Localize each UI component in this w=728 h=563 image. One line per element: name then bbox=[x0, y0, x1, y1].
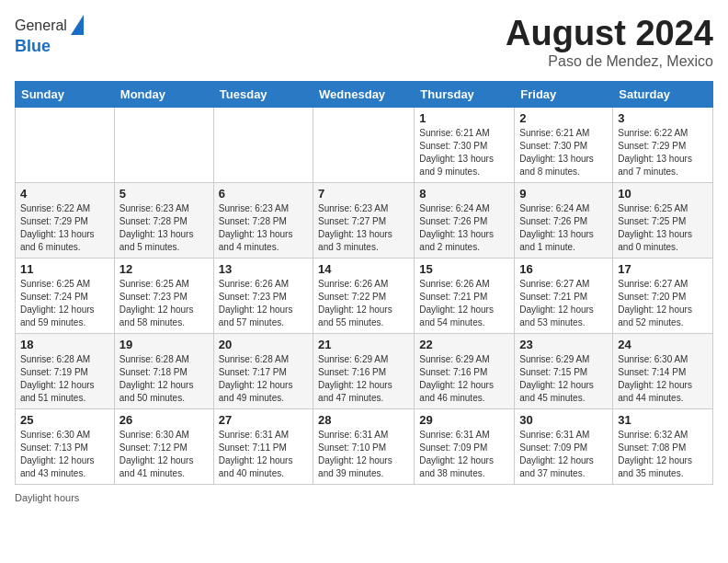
day-info: Sunrise: 6:26 AM Sunset: 7:23 PM Dayligh… bbox=[219, 278, 308, 329]
calendar-cell: 19Sunrise: 6:28 AM Sunset: 7:18 PM Dayli… bbox=[114, 333, 213, 408]
day-info: Sunrise: 6:27 AM Sunset: 7:21 PM Dayligh… bbox=[519, 278, 608, 329]
calendar-week-1: 1Sunrise: 6:21 AM Sunset: 7:30 PM Daylig… bbox=[16, 107, 713, 182]
day-number: 16 bbox=[519, 262, 608, 276]
day-number: 1 bbox=[419, 111, 509, 125]
day-info: Sunrise: 6:21 AM Sunset: 7:30 PM Dayligh… bbox=[519, 127, 608, 178]
logo: General Blue bbox=[15, 15, 84, 56]
calendar-week-3: 11Sunrise: 6:25 AM Sunset: 7:24 PM Dayli… bbox=[16, 258, 713, 333]
day-number: 18 bbox=[20, 338, 109, 351]
day-number: 5 bbox=[119, 187, 209, 201]
calendar-cell: 23Sunrise: 6:29 AM Sunset: 7:15 PM Dayli… bbox=[515, 333, 613, 408]
page-subtitle: Paso de Mendez, Mexico bbox=[506, 53, 713, 70]
calendar-cell: 11Sunrise: 6:25 AM Sunset: 7:24 PM Dayli… bbox=[16, 258, 115, 333]
day-number: 31 bbox=[618, 413, 708, 427]
day-number: 17 bbox=[618, 262, 708, 276]
calendar-cell: 17Sunrise: 6:27 AM Sunset: 7:20 PM Dayli… bbox=[613, 258, 713, 333]
calendar-cell: 10Sunrise: 6:25 AM Sunset: 7:25 PM Dayli… bbox=[613, 182, 713, 258]
day-info: Sunrise: 6:32 AM Sunset: 7:08 PM Dayligh… bbox=[618, 429, 708, 480]
day-info: Sunrise: 6:23 AM Sunset: 7:28 PM Dayligh… bbox=[219, 202, 308, 254]
calendar-cell: 12Sunrise: 6:25 AM Sunset: 7:23 PM Dayli… bbox=[114, 258, 213, 333]
calendar-cell: 18Sunrise: 6:28 AM Sunset: 7:19 PM Dayli… bbox=[16, 333, 115, 408]
logo-general-text: General bbox=[15, 17, 67, 34]
calendar-cell: 6Sunrise: 6:23 AM Sunset: 7:28 PM Daylig… bbox=[213, 182, 313, 258]
day-info: Sunrise: 6:31 AM Sunset: 7:11 PM Dayligh… bbox=[219, 429, 308, 480]
calendar-cell: 20Sunrise: 6:28 AM Sunset: 7:17 PM Dayli… bbox=[213, 333, 313, 408]
day-number: 6 bbox=[219, 187, 308, 201]
day-info: Sunrise: 6:31 AM Sunset: 7:09 PM Dayligh… bbox=[419, 429, 509, 480]
day-number: 11 bbox=[20, 262, 109, 276]
calendar-cell: 1Sunrise: 6:21 AM Sunset: 7:30 PM Daylig… bbox=[415, 107, 515, 182]
day-number: 9 bbox=[519, 187, 608, 201]
calendar-cell: 27Sunrise: 6:31 AM Sunset: 7:11 PM Dayli… bbox=[213, 408, 313, 484]
day-number: 21 bbox=[318, 338, 409, 351]
day-number: 22 bbox=[419, 338, 509, 351]
calendar-cell: 13Sunrise: 6:26 AM Sunset: 7:23 PM Dayli… bbox=[213, 258, 313, 333]
day-number: 29 bbox=[419, 413, 509, 427]
day-number: 8 bbox=[419, 187, 509, 201]
daylight-label: Daylight hours bbox=[15, 492, 79, 503]
calendar-cell: 22Sunrise: 6:29 AM Sunset: 7:16 PM Dayli… bbox=[415, 333, 515, 408]
day-info: Sunrise: 6:22 AM Sunset: 7:29 PM Dayligh… bbox=[618, 127, 708, 178]
calendar-cell: 26Sunrise: 6:30 AM Sunset: 7:12 PM Dayli… bbox=[114, 408, 213, 484]
day-number: 24 bbox=[618, 338, 708, 351]
day-number: 28 bbox=[318, 413, 409, 427]
title-block: August 2024 Paso de Mendez, Mexico bbox=[506, 15, 713, 70]
day-number: 23 bbox=[519, 338, 608, 351]
calendar-cell: 14Sunrise: 6:26 AM Sunset: 7:22 PM Dayli… bbox=[313, 258, 415, 333]
calendar-cell: 4Sunrise: 6:22 AM Sunset: 7:29 PM Daylig… bbox=[16, 182, 115, 258]
day-info: Sunrise: 6:29 AM Sunset: 7:15 PM Dayligh… bbox=[519, 353, 608, 405]
day-info: Sunrise: 6:30 AM Sunset: 7:12 PM Dayligh… bbox=[119, 429, 209, 480]
column-header-friday: Friday bbox=[515, 81, 613, 107]
day-info: Sunrise: 6:26 AM Sunset: 7:21 PM Dayligh… bbox=[419, 278, 509, 329]
day-info: Sunrise: 6:29 AM Sunset: 7:16 PM Dayligh… bbox=[419, 353, 509, 405]
calendar-cell: 2Sunrise: 6:21 AM Sunset: 7:30 PM Daylig… bbox=[515, 107, 613, 182]
calendar-cell: 24Sunrise: 6:30 AM Sunset: 7:14 PM Dayli… bbox=[613, 333, 713, 408]
calendar-cell: 29Sunrise: 6:31 AM Sunset: 7:09 PM Dayli… bbox=[415, 408, 515, 484]
calendar-cell: 31Sunrise: 6:32 AM Sunset: 7:08 PM Dayli… bbox=[613, 408, 713, 484]
day-number: 4 bbox=[20, 187, 109, 201]
day-number: 19 bbox=[119, 338, 209, 351]
day-info: Sunrise: 6:25 AM Sunset: 7:23 PM Dayligh… bbox=[119, 278, 209, 329]
day-info: Sunrise: 6:28 AM Sunset: 7:19 PM Dayligh… bbox=[20, 353, 109, 405]
column-header-wednesday: Wednesday bbox=[313, 81, 415, 107]
day-info: Sunrise: 6:28 AM Sunset: 7:17 PM Dayligh… bbox=[219, 353, 308, 405]
calendar-cell: 9Sunrise: 6:24 AM Sunset: 7:26 PM Daylig… bbox=[515, 182, 613, 258]
day-info: Sunrise: 6:24 AM Sunset: 7:26 PM Dayligh… bbox=[419, 202, 509, 254]
day-info: Sunrise: 6:23 AM Sunset: 7:27 PM Dayligh… bbox=[318, 202, 409, 254]
day-number: 26 bbox=[119, 413, 209, 427]
day-number: 2 bbox=[519, 111, 608, 125]
calendar-cell: 30Sunrise: 6:31 AM Sunset: 7:09 PM Dayli… bbox=[515, 408, 613, 484]
calendar-cell: 3Sunrise: 6:22 AM Sunset: 7:29 PM Daylig… bbox=[613, 107, 713, 182]
day-info: Sunrise: 6:25 AM Sunset: 7:25 PM Dayligh… bbox=[618, 202, 708, 254]
page-title: August 2024 bbox=[506, 15, 713, 53]
footer: Daylight hours bbox=[15, 492, 713, 503]
day-number: 15 bbox=[419, 262, 509, 276]
calendar-cell: 28Sunrise: 6:31 AM Sunset: 7:10 PM Dayli… bbox=[313, 408, 415, 484]
calendar-cell: 25Sunrise: 6:30 AM Sunset: 7:13 PM Dayli… bbox=[16, 408, 115, 484]
day-number: 3 bbox=[618, 111, 708, 125]
column-header-tuesday: Tuesday bbox=[213, 81, 313, 107]
day-info: Sunrise: 6:24 AM Sunset: 7:26 PM Dayligh… bbox=[519, 202, 608, 254]
page-header: General Blue August 2024 Paso de Mendez,… bbox=[15, 15, 713, 70]
calendar-cell: 15Sunrise: 6:26 AM Sunset: 7:21 PM Dayli… bbox=[415, 258, 515, 333]
day-number: 25 bbox=[20, 413, 109, 427]
day-number: 7 bbox=[318, 187, 409, 201]
column-header-monday: Monday bbox=[114, 81, 213, 107]
logo-triangle-icon bbox=[71, 15, 84, 35]
calendar-cell bbox=[114, 107, 213, 182]
day-number: 14 bbox=[318, 262, 409, 276]
day-number: 13 bbox=[219, 262, 308, 276]
calendar-week-2: 4Sunrise: 6:22 AM Sunset: 7:29 PM Daylig… bbox=[16, 182, 713, 258]
day-info: Sunrise: 6:26 AM Sunset: 7:22 PM Dayligh… bbox=[318, 278, 409, 329]
day-info: Sunrise: 6:30 AM Sunset: 7:14 PM Dayligh… bbox=[618, 353, 708, 405]
day-number: 12 bbox=[119, 262, 209, 276]
calendar-header-row: SundayMondayTuesdayWednesdayThursdayFrid… bbox=[16, 81, 713, 107]
calendar-week-4: 18Sunrise: 6:28 AM Sunset: 7:19 PM Dayli… bbox=[16, 333, 713, 408]
calendar-cell: 16Sunrise: 6:27 AM Sunset: 7:21 PM Dayli… bbox=[515, 258, 613, 333]
day-info: Sunrise: 6:23 AM Sunset: 7:28 PM Dayligh… bbox=[119, 202, 209, 254]
calendar-cell bbox=[313, 107, 415, 182]
calendar-cell: 5Sunrise: 6:23 AM Sunset: 7:28 PM Daylig… bbox=[114, 182, 213, 258]
calendar-cell bbox=[213, 107, 313, 182]
calendar-week-5: 25Sunrise: 6:30 AM Sunset: 7:13 PM Dayli… bbox=[16, 408, 713, 484]
logo-blue-text: Blue bbox=[15, 37, 51, 55]
